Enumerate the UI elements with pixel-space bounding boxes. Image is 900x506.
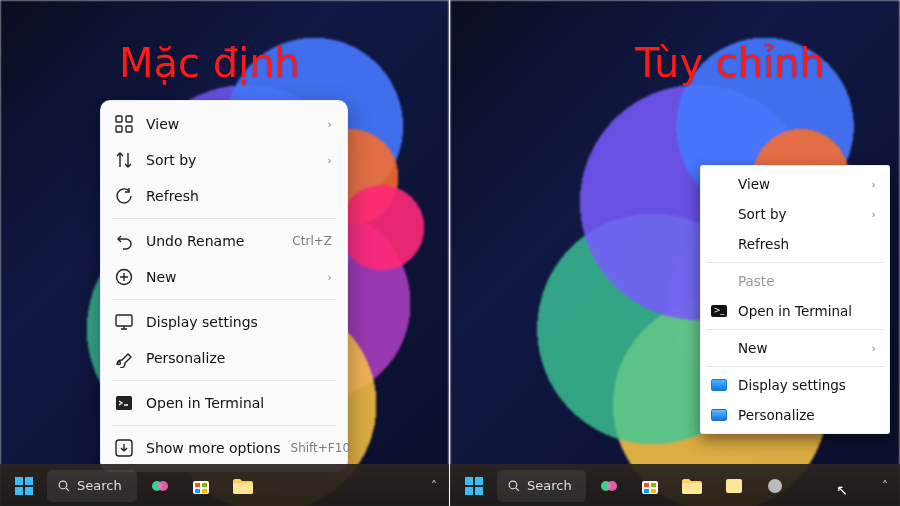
menu-label: Display settings xyxy=(738,377,876,393)
display-icon xyxy=(710,376,728,394)
svg-point-26 xyxy=(509,481,517,489)
menu-item-view[interactable]: View › xyxy=(704,169,886,199)
start-button[interactable] xyxy=(6,470,42,502)
svg-rect-21 xyxy=(233,483,253,494)
chevron-right-icon: › xyxy=(328,154,332,167)
search-label: Search xyxy=(77,478,122,493)
menu-item-terminal[interactable]: Open in Terminal xyxy=(704,296,886,326)
menu-label: Refresh xyxy=(738,236,876,252)
menu-item-personalize[interactable]: Personalize xyxy=(106,340,342,376)
svg-rect-5 xyxy=(116,315,132,326)
svg-rect-12 xyxy=(25,487,33,495)
svg-point-13 xyxy=(59,481,67,489)
taskbar-app-store[interactable] xyxy=(183,470,219,502)
taskbar-app-explorer[interactable] xyxy=(673,470,711,502)
menu-item-refresh[interactable]: Refresh xyxy=(106,178,342,214)
taskbar-app-copilot[interactable] xyxy=(142,470,178,502)
taskbar: Search ˄ xyxy=(450,464,900,506)
svg-rect-32 xyxy=(644,489,649,493)
taskbar-search[interactable]: Search xyxy=(47,470,137,502)
tray-overflow[interactable]: ˄ xyxy=(876,479,894,493)
menu-item-terminal[interactable]: Open in Terminal xyxy=(106,385,342,421)
new-icon xyxy=(114,267,134,287)
menu-label: Personalize xyxy=(738,407,876,423)
svg-rect-9 xyxy=(15,477,23,485)
personalize-icon xyxy=(114,348,134,368)
taskbar-search[interactable]: Search xyxy=(497,470,586,502)
menu-item-new[interactable]: New › xyxy=(106,259,342,295)
svg-point-28 xyxy=(607,481,617,491)
menu-item-display[interactable]: Display settings xyxy=(704,370,886,400)
pane-default: Mặc định View › Sort by › Refresh Undo R… xyxy=(0,0,450,506)
taskbar-app-store[interactable] xyxy=(632,470,668,502)
separator xyxy=(112,218,336,219)
windows-logo-icon xyxy=(464,476,484,496)
start-button[interactable] xyxy=(456,470,492,502)
taskbar: Search ˄ xyxy=(0,464,449,506)
tray-overflow[interactable]: ˄ xyxy=(425,479,443,493)
menu-item-paste: Paste xyxy=(704,266,886,296)
search-label: Search xyxy=(527,478,572,493)
svg-rect-2 xyxy=(116,126,122,132)
svg-rect-7 xyxy=(116,396,132,410)
svg-point-15 xyxy=(158,481,168,491)
taskbar-app-generic[interactable] xyxy=(757,470,793,502)
context-menu-default: View › Sort by › Refresh Undo Rename Ctr… xyxy=(100,100,348,472)
view-icon xyxy=(114,114,134,134)
refresh-icon xyxy=(114,186,134,206)
blank-icon xyxy=(710,235,728,253)
svg-point-6 xyxy=(118,362,121,365)
menu-label: Paste xyxy=(738,273,876,289)
menu-item-new[interactable]: New › xyxy=(704,333,886,363)
menu-label: Sort by xyxy=(146,152,318,168)
menu-item-display[interactable]: Display settings xyxy=(106,304,342,340)
svg-rect-23 xyxy=(475,477,483,485)
separator xyxy=(112,425,336,426)
menu-item-undo[interactable]: Undo Rename Ctrl+Z xyxy=(106,223,342,259)
separator xyxy=(706,366,884,367)
menu-item-sort[interactable]: Sort by › xyxy=(106,142,342,178)
taskbar-app-copilot[interactable] xyxy=(591,470,627,502)
svg-rect-24 xyxy=(465,487,473,495)
menu-label: View xyxy=(738,176,862,192)
chevron-right-icon: › xyxy=(872,208,876,221)
svg-rect-30 xyxy=(644,483,649,487)
menu-label: Sort by xyxy=(738,206,862,222)
svg-rect-34 xyxy=(682,483,702,494)
svg-rect-18 xyxy=(202,483,207,487)
menu-item-refresh[interactable]: Refresh xyxy=(704,229,886,259)
taskbar-app-generic[interactable] xyxy=(716,470,752,502)
svg-rect-10 xyxy=(25,477,33,485)
menu-item-view[interactable]: View › xyxy=(106,106,342,142)
chevron-right-icon: › xyxy=(872,342,876,355)
menu-label: Personalize xyxy=(146,350,332,366)
separator xyxy=(112,299,336,300)
menu-label: View xyxy=(146,116,318,132)
taskbar-app-explorer[interactable] xyxy=(224,470,262,502)
menu-item-more[interactable]: Show more options Shift+F10 xyxy=(106,430,342,466)
svg-rect-22 xyxy=(465,477,473,485)
chevron-right-icon: › xyxy=(328,118,332,131)
menu-label: Open in Terminal xyxy=(146,395,332,411)
menu-item-sort[interactable]: Sort by › xyxy=(704,199,886,229)
menu-label: Show more options xyxy=(146,440,281,456)
blank-icon xyxy=(710,175,728,193)
svg-rect-20 xyxy=(202,489,207,493)
blank-icon xyxy=(710,339,728,357)
svg-rect-33 xyxy=(651,489,656,493)
context-menu-custom: View › Sort by › Refresh Paste Open in T… xyxy=(700,165,890,434)
menu-label: New xyxy=(738,340,862,356)
chevron-right-icon: › xyxy=(872,178,876,191)
sort-icon xyxy=(114,150,134,170)
menu-label: New xyxy=(146,269,318,285)
search-icon xyxy=(507,479,521,493)
undo-icon xyxy=(114,231,134,251)
terminal-icon xyxy=(710,302,728,320)
svg-rect-3 xyxy=(126,126,132,132)
svg-rect-31 xyxy=(651,483,656,487)
display-icon xyxy=(114,312,134,332)
svg-rect-17 xyxy=(195,483,200,487)
svg-rect-35 xyxy=(726,479,742,493)
menu-item-personalize[interactable]: Personalize xyxy=(704,400,886,430)
terminal-icon xyxy=(114,393,134,413)
